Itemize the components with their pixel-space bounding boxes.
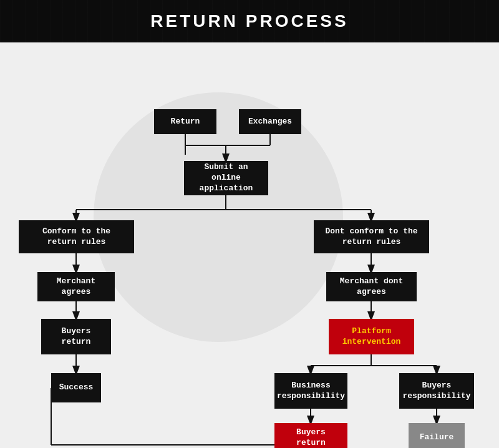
success-box: Success <box>51 373 101 402</box>
exchanges-box: Exchanges <box>239 109 301 134</box>
dont-conform-box: Dont conform to the return rules <box>314 220 429 253</box>
buyers-responsibility-box: Buyers responsibility <box>399 373 474 409</box>
conform-box: Conform to the return rules <box>19 220 134 253</box>
failure-box: Failure <box>409 423 465 448</box>
header-title: RETURN PROCESS <box>150 11 348 31</box>
header: RETURN PROCESS <box>0 0 499 42</box>
merchant-dont-box: Merchant dont agrees <box>326 272 417 301</box>
submit-box: Submit an online application <box>184 161 268 195</box>
business-responsibility-box: Business responsibility <box>274 373 347 409</box>
buyers-return-right-box: Buyers return <box>274 423 347 448</box>
main-content: Return Exchanges Submit an online applic… <box>0 42 499 448</box>
platform-intervention-box: Platform intervention <box>329 319 414 354</box>
buyers-return-left-box: Buyers return <box>41 319 111 354</box>
return-box: Return <box>154 109 216 134</box>
merchant-agrees-box: Merchant agrees <box>37 272 115 301</box>
